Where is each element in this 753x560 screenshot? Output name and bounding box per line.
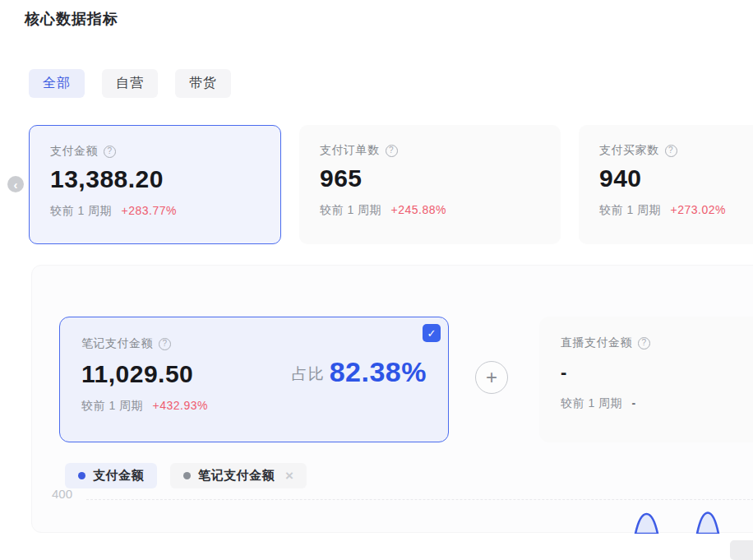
help-icon[interactable]: ? bbox=[159, 338, 171, 350]
metric-card-buyer-count[interactable]: 支付买家数 ? 940 较前 1 周期 +273.02% bbox=[579, 125, 753, 244]
change-value: +245.88% bbox=[390, 203, 446, 216]
tab-all[interactable]: 全部 bbox=[29, 69, 85, 98]
change-value: +273.02% bbox=[670, 203, 725, 216]
add-metric-button[interactable]: + bbox=[475, 361, 508, 394]
ratio-label: 占比 bbox=[292, 363, 325, 388]
metric-label-text: 直播支付金额 bbox=[561, 336, 632, 350]
compare-label: 较前 1 周期 bbox=[320, 203, 381, 216]
legend-dot-icon bbox=[183, 472, 191, 479]
metric-compare: 较前 1 周期 +283.77% bbox=[50, 204, 260, 219]
metric-card-order-count[interactable]: 支付订单数 ? 965 较前 1 周期 +245.88% bbox=[299, 125, 561, 244]
metric-label-text: 支付订单数 bbox=[320, 143, 380, 158]
checkbox-checked[interactable]: ✓ bbox=[423, 324, 441, 342]
ratio-value: 82.38% bbox=[330, 356, 427, 388]
breakdown-panel: ✓ 笔记支付金额 ? 11,029.50 占比 82.38% 较前 1 周期 +… bbox=[31, 265, 753, 533]
help-icon[interactable]: ? bbox=[638, 337, 650, 349]
legend-label: 支付金额 bbox=[93, 468, 144, 484]
metric-compare: 较前 1 周期 +273.02% bbox=[599, 203, 753, 218]
chevron-left-icon: ‹ bbox=[14, 178, 18, 192]
metric-label: 支付订单数 ? bbox=[320, 143, 540, 158]
metric-label-text: 笔记支付金额 bbox=[81, 336, 153, 351]
chart-area-peaks bbox=[622, 504, 753, 534]
compare-label: 较前 1 周期 bbox=[599, 203, 661, 216]
metric-label: 支付金额 ? bbox=[50, 144, 260, 159]
check-icon: ✓ bbox=[427, 327, 437, 340]
legend-item-note-payment[interactable]: 笔记支付金额 × bbox=[170, 463, 307, 488]
metric-label: 笔记支付金额 ? bbox=[81, 336, 427, 351]
page-title: 核心数据指标 bbox=[25, 9, 118, 29]
plus-icon: + bbox=[486, 366, 497, 389]
y-axis-tick: 400 bbox=[52, 487, 72, 501]
sub-card-live-payment[interactable]: 直播支付金额 ? - 较前 1 周期 - bbox=[539, 317, 753, 442]
metric-value: - bbox=[561, 362, 753, 383]
close-icon[interactable]: × bbox=[285, 468, 293, 484]
change-value: +283.77% bbox=[121, 204, 176, 217]
metric-value: 11,029.50 bbox=[81, 360, 193, 388]
chart-gridline bbox=[86, 499, 753, 500]
sub-card-note-payment[interactable]: ✓ 笔记支付金额 ? 11,029.50 占比 82.38% 较前 1 周期 +… bbox=[59, 317, 449, 442]
metric-label-text: 支付金额 bbox=[50, 144, 98, 159]
metric-label: 支付买家数 ? bbox=[599, 143, 753, 158]
compare-label: 较前 1 周期 bbox=[561, 396, 622, 410]
metric-card-row: 支付金额 ? 13,388.20 较前 1 周期 +283.77% 支付订单数 … bbox=[29, 125, 753, 244]
change-value: - bbox=[631, 396, 635, 410]
legend-item-payment-amount[interactable]: 支付金额 bbox=[65, 463, 157, 488]
compare-label: 较前 1 周期 bbox=[50, 204, 112, 217]
help-icon[interactable]: ? bbox=[386, 145, 398, 157]
metric-compare: 较前 1 周期 +245.88% bbox=[320, 203, 540, 218]
chart-legend: 支付金额 笔记支付金额 × bbox=[65, 463, 307, 488]
help-icon[interactable]: ? bbox=[104, 146, 116, 158]
legend-label: 笔记支付金额 bbox=[198, 468, 275, 484]
metric-card-payment-amount[interactable]: 支付金额 ? 13,388.20 较前 1 周期 +283.77% bbox=[29, 125, 281, 244]
compare-label: 较前 1 周期 bbox=[81, 399, 143, 412]
note-value-row: 11,029.50 占比 82.38% bbox=[81, 356, 427, 388]
scope-tabs: 全部 自营 带货 bbox=[29, 69, 231, 98]
help-icon[interactable]: ? bbox=[665, 145, 677, 157]
change-value: +432.93% bbox=[152, 399, 207, 412]
legend-dot-icon bbox=[78, 472, 85, 479]
carousel-prev-button[interactable]: ‹ bbox=[7, 176, 24, 192]
metric-compare: 较前 1 周期 - bbox=[561, 396, 753, 411]
metric-value: 13,388.20 bbox=[50, 165, 260, 193]
metric-value: 940 bbox=[599, 164, 753, 192]
metric-label: 直播支付金额 ? bbox=[561, 336, 753, 350]
tab-affiliate[interactable]: 带货 bbox=[175, 69, 231, 98]
metric-compare: 较前 1 周期 +432.93% bbox=[81, 399, 427, 414]
metric-value: 965 bbox=[320, 164, 540, 192]
ratio-group: 占比 82.38% bbox=[292, 356, 427, 388]
tab-self-operated[interactable]: 自营 bbox=[102, 69, 158, 98]
metric-label-text: 支付买家数 bbox=[599, 143, 659, 158]
scrollbar-thumb[interactable] bbox=[730, 540, 753, 560]
